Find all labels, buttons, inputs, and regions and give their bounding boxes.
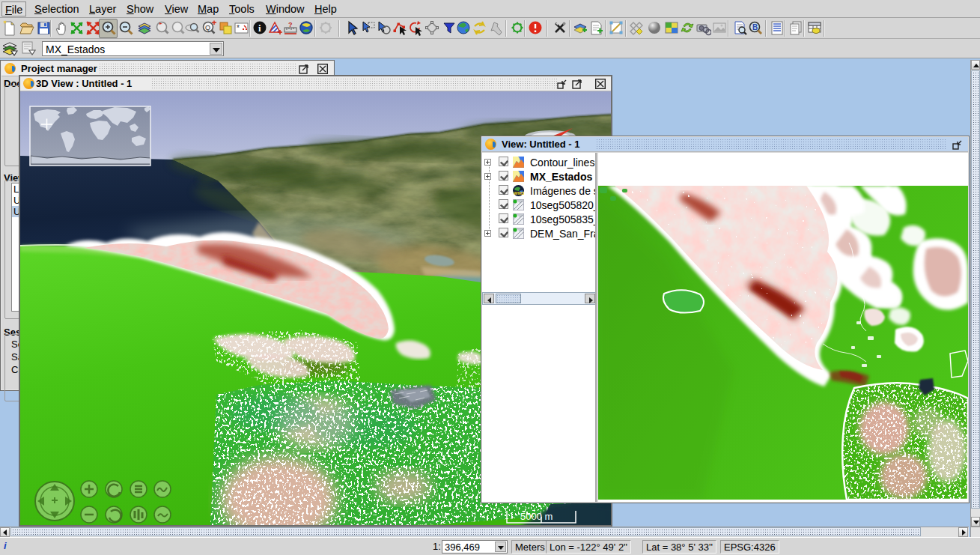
svg-text:?: ? xyxy=(288,21,293,28)
svg-text:5000 m: 5000 m xyxy=(520,511,553,522)
svg-text:B: B xyxy=(752,23,758,31)
svg-text:WMS: WMS xyxy=(514,191,524,195)
svg-text:i: i xyxy=(258,22,261,34)
svg-text:Q: Q xyxy=(205,24,210,31)
svg-text:*: * xyxy=(237,24,240,32)
